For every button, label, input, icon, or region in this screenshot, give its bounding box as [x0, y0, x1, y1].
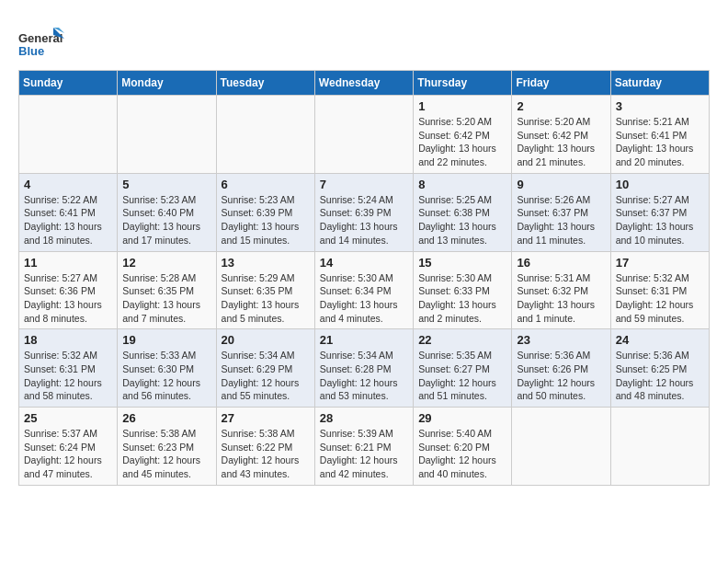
- calendar-cell: 17Sunrise: 5:32 AM Sunset: 6:31 PM Dayli…: [610, 251, 709, 329]
- day-info: Sunrise: 5:34 AM Sunset: 6:29 PM Dayligh…: [222, 349, 310, 403]
- day-info: Sunrise: 5:20 AM Sunset: 6:42 PM Dayligh…: [517, 115, 605, 169]
- day-number: 19: [122, 333, 210, 347]
- calendar-cell: 19Sunrise: 5:33 AM Sunset: 6:30 PM Dayli…: [118, 329, 216, 408]
- calendar-cell: 29Sunrise: 5:40 AM Sunset: 6:20 PM Dayli…: [414, 408, 512, 486]
- day-number: 26: [122, 411, 210, 425]
- weekday-header-wednesday: Wednesday: [314, 71, 413, 96]
- calendar-cell: 12Sunrise: 5:28 AM Sunset: 6:35 PM Dayli…: [118, 251, 216, 329]
- calendar-cell: 24Sunrise: 5:36 AM Sunset: 6:25 PM Dayli…: [610, 329, 709, 408]
- day-number: 6: [222, 178, 310, 191]
- day-number: 24: [616, 333, 704, 347]
- day-info: Sunrise: 5:27 AM Sunset: 6:36 PM Dayligh…: [24, 271, 112, 326]
- day-info: Sunrise: 5:26 AM Sunset: 6:37 PM Dayligh…: [517, 193, 605, 247]
- day-info: Sunrise: 5:33 AM Sunset: 6:30 PM Dayligh…: [122, 349, 210, 403]
- day-number: 21: [320, 333, 408, 347]
- day-number: 14: [320, 256, 408, 270]
- day-info: Sunrise: 5:23 AM Sunset: 6:40 PM Dayligh…: [122, 193, 210, 247]
- weekday-header-friday: Friday: [512, 71, 610, 96]
- calendar-cell: 6Sunrise: 5:23 AM Sunset: 6:39 PM Daylig…: [216, 173, 314, 251]
- weekday-header-thursday: Thursday: [414, 71, 512, 96]
- day-number: 15: [418, 256, 506, 270]
- day-info: Sunrise: 5:24 AM Sunset: 6:39 PM Dayligh…: [320, 193, 408, 247]
- day-info: Sunrise: 5:36 AM Sunset: 6:25 PM Dayligh…: [616, 349, 704, 403]
- calendar-cell: 23Sunrise: 5:36 AM Sunset: 6:26 PM Dayli…: [512, 329, 610, 408]
- calendar-cell: 11Sunrise: 5:27 AM Sunset: 6:36 PM Dayli…: [19, 251, 118, 329]
- day-number: 22: [418, 333, 506, 347]
- weekday-header-sunday: Sunday: [19, 71, 118, 96]
- day-number: 8: [418, 178, 506, 191]
- calendar-cell: [610, 408, 709, 486]
- calendar-cell: 18Sunrise: 5:32 AM Sunset: 6:31 PM Dayli…: [19, 329, 118, 408]
- calendar-cell: 10Sunrise: 5:27 AM Sunset: 6:37 PM Dayli…: [610, 173, 709, 251]
- day-info: Sunrise: 5:30 AM Sunset: 6:33 PM Dayligh…: [418, 271, 506, 326]
- day-info: Sunrise: 5:39 AM Sunset: 6:21 PM Dayligh…: [320, 427, 408, 481]
- day-number: 27: [222, 411, 310, 425]
- day-info: Sunrise: 5:23 AM Sunset: 6:39 PM Dayligh…: [222, 193, 310, 247]
- calendar-cell: [314, 96, 413, 174]
- day-info: Sunrise: 5:38 AM Sunset: 6:22 PM Dayligh…: [222, 427, 310, 481]
- day-number: 25: [24, 411, 112, 425]
- day-info: Sunrise: 5:31 AM Sunset: 6:32 PM Dayligh…: [517, 271, 605, 326]
- calendar-cell: [118, 96, 216, 174]
- day-number: 5: [122, 178, 210, 191]
- day-number: 28: [320, 411, 408, 425]
- logo: General Blue: [18, 26, 64, 70]
- day-number: 7: [320, 178, 408, 191]
- calendar-cell: 3Sunrise: 5:21 AM Sunset: 6:41 PM Daylig…: [610, 96, 709, 174]
- calendar-cell: 28Sunrise: 5:39 AM Sunset: 6:21 PM Dayli…: [314, 408, 413, 486]
- calendar-cell: 26Sunrise: 5:38 AM Sunset: 6:23 PM Dayli…: [118, 408, 216, 486]
- day-info: Sunrise: 5:32 AM Sunset: 6:31 PM Dayligh…: [616, 271, 704, 326]
- calendar-cell: 2Sunrise: 5:20 AM Sunset: 6:42 PM Daylig…: [512, 96, 610, 174]
- calendar-cell: 25Sunrise: 5:37 AM Sunset: 6:24 PM Dayli…: [19, 408, 118, 486]
- calendar-table: SundayMondayTuesdayWednesdayThursdayFrid…: [18, 70, 710, 486]
- day-info: Sunrise: 5:25 AM Sunset: 6:38 PM Dayligh…: [418, 193, 506, 247]
- svg-text:Blue: Blue: [18, 44, 44, 58]
- day-number: 9: [517, 178, 605, 191]
- day-number: 23: [517, 333, 605, 347]
- day-number: 12: [122, 256, 210, 270]
- calendar-cell: 15Sunrise: 5:30 AM Sunset: 6:33 PM Dayli…: [414, 251, 512, 329]
- calendar-cell: 16Sunrise: 5:31 AM Sunset: 6:32 PM Dayli…: [512, 251, 610, 329]
- day-info: Sunrise: 5:30 AM Sunset: 6:34 PM Dayligh…: [320, 271, 408, 326]
- day-number: 10: [616, 178, 704, 191]
- day-info: Sunrise: 5:38 AM Sunset: 6:23 PM Dayligh…: [122, 427, 210, 481]
- day-number: 20: [222, 333, 310, 347]
- day-number: 11: [24, 256, 112, 270]
- calendar-cell: 7Sunrise: 5:24 AM Sunset: 6:39 PM Daylig…: [314, 173, 413, 251]
- day-number: 1: [418, 99, 506, 113]
- day-number: 17: [616, 256, 704, 270]
- calendar-cell: 13Sunrise: 5:29 AM Sunset: 6:35 PM Dayli…: [216, 251, 314, 329]
- day-number: 13: [222, 256, 310, 270]
- day-info: Sunrise: 5:40 AM Sunset: 6:20 PM Dayligh…: [418, 427, 506, 481]
- calendar-cell: 9Sunrise: 5:26 AM Sunset: 6:37 PM Daylig…: [512, 173, 610, 251]
- calendar-cell: 22Sunrise: 5:35 AM Sunset: 6:27 PM Dayli…: [414, 329, 512, 408]
- day-info: Sunrise: 5:36 AM Sunset: 6:26 PM Dayligh…: [517, 349, 605, 403]
- calendar-cell: [19, 96, 118, 174]
- weekday-header-tuesday: Tuesday: [216, 71, 314, 96]
- calendar-cell: 8Sunrise: 5:25 AM Sunset: 6:38 PM Daylig…: [414, 173, 512, 251]
- day-info: Sunrise: 5:20 AM Sunset: 6:42 PM Dayligh…: [418, 115, 506, 169]
- calendar-cell: 5Sunrise: 5:23 AM Sunset: 6:40 PM Daylig…: [118, 173, 216, 251]
- day-info: Sunrise: 5:34 AM Sunset: 6:28 PM Dayligh…: [320, 349, 408, 403]
- day-info: Sunrise: 5:35 AM Sunset: 6:27 PM Dayligh…: [418, 349, 506, 403]
- calendar-cell: [512, 408, 610, 486]
- weekday-header-monday: Monday: [118, 71, 216, 96]
- day-info: Sunrise: 5:22 AM Sunset: 6:41 PM Dayligh…: [24, 193, 112, 247]
- day-number: 18: [24, 333, 112, 347]
- day-info: Sunrise: 5:28 AM Sunset: 6:35 PM Dayligh…: [122, 271, 210, 326]
- day-number: 16: [517, 256, 605, 270]
- calendar-cell: 27Sunrise: 5:38 AM Sunset: 6:22 PM Dayli…: [216, 408, 314, 486]
- day-info: Sunrise: 5:37 AM Sunset: 6:24 PM Dayligh…: [24, 427, 112, 481]
- day-number: 2: [517, 99, 605, 113]
- day-info: Sunrise: 5:32 AM Sunset: 6:31 PM Dayligh…: [24, 349, 112, 403]
- weekday-header-saturday: Saturday: [610, 71, 709, 96]
- day-number: 4: [24, 178, 112, 191]
- day-info: Sunrise: 5:21 AM Sunset: 6:41 PM Dayligh…: [616, 115, 704, 169]
- day-number: 29: [418, 411, 506, 425]
- day-info: Sunrise: 5:27 AM Sunset: 6:37 PM Dayligh…: [616, 193, 704, 247]
- day-info: Sunrise: 5:29 AM Sunset: 6:35 PM Dayligh…: [222, 271, 310, 326]
- calendar-cell: [216, 96, 314, 174]
- calendar-cell: 1Sunrise: 5:20 AM Sunset: 6:42 PM Daylig…: [414, 96, 512, 174]
- calendar-cell: 20Sunrise: 5:34 AM Sunset: 6:29 PM Dayli…: [216, 329, 314, 408]
- day-number: 3: [616, 99, 704, 113]
